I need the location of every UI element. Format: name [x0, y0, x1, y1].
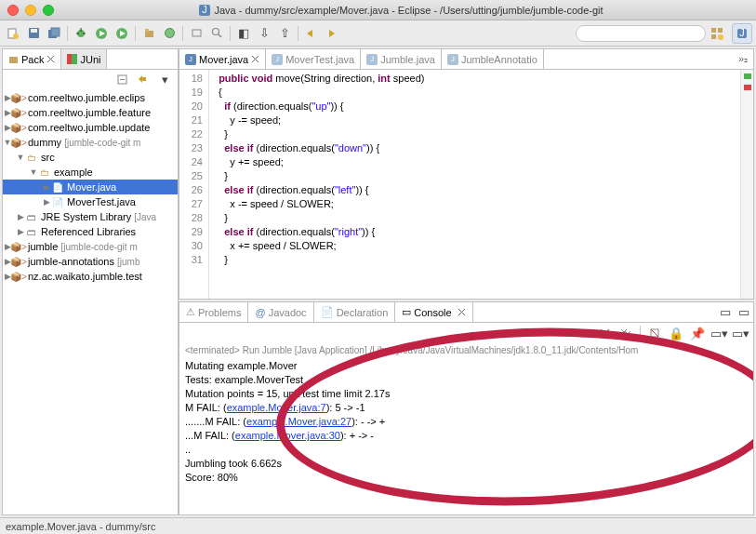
- project-node[interactable]: ▶📦>com.reeltwo.jumble.eclips: [3, 90, 178, 105]
- file-node-movertest[interactable]: ▶📄MoverTest.java: [3, 194, 178, 209]
- link-editor-button[interactable]: [134, 70, 153, 88]
- project-node[interactable]: ▶📦>com.reeltwo.jumble.feature: [3, 105, 178, 120]
- svg-text:J: J: [203, 5, 208, 15]
- svg-rect-5: [31, 29, 37, 33]
- editor-tab-annotation[interactable]: JJumbleAnnotatio: [442, 49, 544, 69]
- project-tree[interactable]: ▶📦>com.reeltwo.jumble.eclips ▶📦>com.reel…: [3, 88, 178, 514]
- window-close-button[interactable]: [7, 5, 19, 16]
- svg-point-3: [13, 33, 19, 39]
- minimize-view-button[interactable]: ▭: [716, 303, 735, 322]
- svg-marker-23: [329, 30, 335, 37]
- clear-console-button[interactable]: [645, 324, 664, 342]
- search-button[interactable]: [207, 24, 226, 43]
- terminate-button[interactable]: ■: [574, 324, 592, 342]
- code-editor[interactable]: public void move(String direction, int s…: [209, 70, 740, 299]
- declaration-tab[interactable]: 📄Declaration: [314, 302, 396, 322]
- main-toolbar: ◧ ⇩ ⇧ J: [0, 20, 756, 47]
- new-class-button[interactable]: [160, 24, 179, 43]
- svg-marker-22: [307, 30, 312, 37]
- project-node[interactable]: ▶📦>jumble [jumble-code-git m: [3, 239, 178, 254]
- run-last-button[interactable]: [113, 24, 131, 43]
- editor-tab-movertest[interactable]: JMoverTest.java: [266, 49, 361, 69]
- editor-tab-mover[interactable]: JMover.java: [179, 49, 266, 69]
- src-folder-node[interactable]: ▼🗀src: [3, 150, 178, 165]
- next-annotation-button[interactable]: ⇩: [255, 24, 273, 43]
- nav-back-button[interactable]: [302, 24, 321, 43]
- new-package-button[interactable]: [139, 24, 158, 43]
- collapse-all-button[interactable]: [113, 70, 131, 88]
- declaration-icon: 📄: [321, 306, 334, 318]
- svg-rect-24: [711, 28, 716, 33]
- package-explorer-tab[interactable]: Pack: [3, 49, 61, 69]
- java-file-icon: J: [199, 5, 210, 16]
- project-node[interactable]: ▶📦>com.reeltwo.jumble.update: [3, 120, 178, 135]
- close-tab-icon[interactable]: [458, 308, 466, 316]
- project-node[interactable]: ▶📦>jumble-annotations [jumb: [3, 254, 178, 269]
- editor-tab-jumble[interactable]: JJumble.java: [361, 49, 442, 69]
- display-selected-button[interactable]: ▭▾: [710, 324, 728, 342]
- javadoc-tab[interactable]: @Javadoc: [248, 302, 313, 322]
- remove-launch-button[interactable]: [595, 324, 614, 342]
- scroll-lock-button[interactable]: 🔒: [667, 324, 685, 342]
- open-type-button[interactable]: [187, 24, 206, 43]
- open-console-button[interactable]: ▭▾: [731, 324, 749, 342]
- svg-point-27: [718, 34, 723, 40]
- jre-library-node[interactable]: ▶🗃JRE System Library [Java: [3, 209, 178, 224]
- pin-console-button[interactable]: 📌: [688, 324, 707, 342]
- bottom-panel: ⚠Problems @Javadoc 📄Declaration ▭Console…: [179, 301, 754, 515]
- nav-forward-button[interactable]: [323, 24, 341, 43]
- show-list-button[interactable]: »₂: [733, 53, 753, 65]
- problems-tab[interactable]: ⚠Problems: [179, 302, 248, 322]
- svg-point-18: [165, 29, 174, 38]
- console-output[interactable]: Mutating example.Mover Tests: example.Mo…: [179, 357, 753, 514]
- svg-rect-30: [9, 57, 18, 63]
- run-button[interactable]: [92, 24, 111, 43]
- console-tab[interactable]: ▭Console: [395, 302, 472, 322]
- stack-link[interactable]: example.Mover.java:7: [227, 402, 326, 413]
- overview-ruler[interactable]: [740, 70, 753, 299]
- svg-point-20: [212, 29, 219, 35]
- svg-rect-7: [51, 28, 60, 36]
- line-gutter: 1819202122232425262728293031: [179, 70, 209, 299]
- svg-rect-26: [711, 34, 716, 39]
- debug-button[interactable]: [72, 24, 90, 43]
- view-menu-button[interactable]: ▾: [155, 70, 174, 88]
- stack-link[interactable]: example.Mover.java:30: [235, 430, 340, 441]
- window-maximize-button[interactable]: [43, 5, 54, 16]
- file-node-mover[interactable]: ▶📄Mover.java: [3, 180, 178, 194]
- close-tab-icon[interactable]: [251, 55, 259, 63]
- svg-text:J: J: [739, 27, 745, 38]
- package-explorer: Pack JUni ▾ ▶📦>com.reeltwo.jumble.eclips…: [2, 48, 179, 515]
- junit-tab[interactable]: JUni: [61, 49, 107, 69]
- quick-access-input[interactable]: [576, 25, 706, 42]
- overview-marker-error: [744, 85, 751, 90]
- javadoc-icon: @: [255, 307, 265, 318]
- toggle-mark-button[interactable]: ◧: [234, 24, 253, 43]
- console-header: <terminated> Run Jumble [Java Applicatio…: [179, 343, 753, 357]
- close-tab-icon[interactable]: [46, 55, 55, 63]
- window-minimize-button[interactable]: [25, 5, 36, 16]
- package-icon: [8, 54, 19, 64]
- remove-all-button[interactable]: [617, 324, 635, 342]
- svg-rect-16: [145, 31, 153, 37]
- save-all-button[interactable]: [45, 24, 63, 43]
- new-button[interactable]: [4, 24, 22, 43]
- java-perspective-button[interactable]: J: [732, 23, 752, 44]
- svg-rect-34: [72, 54, 77, 64]
- titlebar: J Java - dummy/src/example/Mover.java - …: [0, 0, 756, 20]
- project-node[interactable]: ▼📦>dummy [jumble-code-git m: [3, 135, 178, 150]
- svg-rect-17: [145, 29, 149, 32]
- junit-icon: [67, 54, 77, 64]
- window-title: J Java - dummy/src/example/Mover.java - …: [54, 5, 749, 16]
- svg-line-21: [219, 34, 221, 37]
- project-node[interactable]: ▶📦>nz.ac.waikato.jumble.test: [3, 269, 178, 284]
- stack-link[interactable]: example.Mover.java:27: [246, 416, 351, 427]
- referenced-libs-node[interactable]: ▶🗃Referenced Libraries: [3, 224, 178, 239]
- prev-annotation-button[interactable]: ⇧: [275, 24, 294, 43]
- maximize-view-button[interactable]: ▭: [735, 303, 753, 322]
- open-perspective-button[interactable]: [708, 24, 726, 43]
- package-node[interactable]: ▼🗀example: [3, 165, 178, 180]
- problems-icon: ⚠: [186, 306, 195, 318]
- svg-rect-19: [192, 30, 201, 36]
- save-button[interactable]: [24, 24, 43, 43]
